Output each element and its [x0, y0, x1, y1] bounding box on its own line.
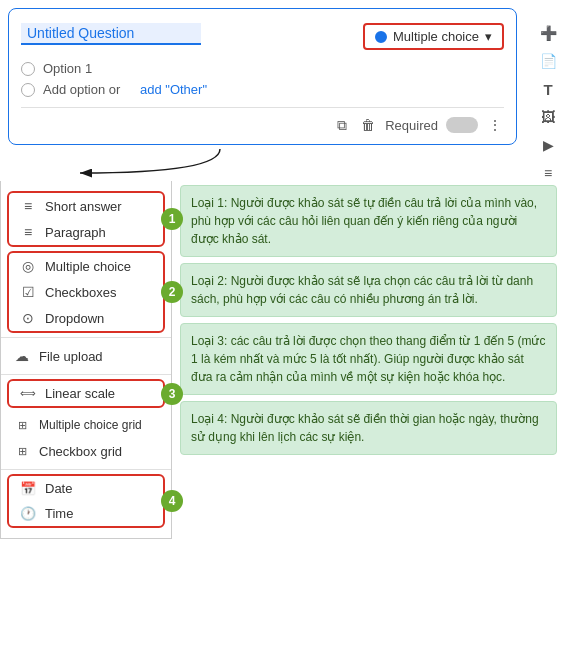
image-icon[interactable]: 🖼: [537, 106, 559, 128]
multiple-choice-label: Multiple choice: [45, 259, 131, 274]
dropdown-icon: ⊙: [19, 310, 37, 326]
option-1-label: Option 1: [43, 61, 92, 76]
add-option-radio-icon: [21, 83, 35, 97]
group4-container: 📅 Date 🕐 Time 4: [1, 474, 171, 528]
sidebar-item-checkboxes[interactable]: ☑ Checkboxes: [9, 279, 163, 305]
date-label: Date: [45, 481, 72, 496]
dropdown-arrow-icon: ▾: [485, 29, 492, 44]
required-toggle[interactable]: [446, 117, 478, 133]
add-option-row: Add option or add "Other": [21, 82, 504, 97]
copy-toolbar-icon[interactable]: 📄: [537, 50, 559, 72]
divider3: [1, 469, 171, 470]
mc-grid-icon: ⊞: [13, 419, 31, 432]
question-type-label: Multiple choice: [393, 29, 479, 44]
group2-box: ◎ Multiple choice ☑ Checkboxes ⊙ Dropdow…: [7, 251, 165, 333]
checkbox-grid-icon: ⊞: [13, 445, 31, 458]
group3-container: ⟺ Linear scale 3: [1, 379, 171, 408]
sidebar-item-checkbox-grid[interactable]: ⊞ Checkbox grid: [1, 438, 171, 465]
group3-box: ⟺ Linear scale: [7, 379, 165, 408]
group2-container: ◎ Multiple choice ☑ Checkboxes ⊙ Dropdow…: [1, 251, 171, 333]
paragraph-label: Paragraph: [45, 225, 106, 240]
desc-box-2: Loại 2: Người được khảo sát sẽ lựa chọn …: [180, 263, 557, 317]
desc-box-4: Loại 4: Người được khảo sát sẽ điền thời…: [180, 401, 557, 455]
multiple-choice-icon: ◎: [19, 258, 37, 274]
badge-4: 4: [161, 490, 183, 512]
sidebar-item-file-upload[interactable]: ☁ File upload: [1, 342, 171, 370]
badge-3: 3: [161, 383, 183, 405]
sidebar-item-paragraph[interactable]: ≡ Paragraph: [9, 219, 163, 245]
badge-2: 2: [161, 281, 183, 303]
add-option-text: Add option or: [43, 82, 120, 97]
question-input[interactable]: [21, 23, 201, 45]
more-icon[interactable]: ⋮: [486, 116, 504, 134]
divider2: [1, 374, 171, 375]
sidebar-item-linear-scale[interactable]: ⟺ Linear scale: [9, 381, 163, 406]
radio-dot-icon: [375, 31, 387, 43]
option-radio-icon: [21, 62, 35, 76]
paragraph-icon: ≡: [19, 224, 37, 240]
mc-grid-label: Multiple choice grid: [39, 418, 142, 432]
short-answer-label: Short answer: [45, 199, 122, 214]
time-label: Time: [45, 506, 73, 521]
sidebar-item-time[interactable]: 🕐 Time: [9, 501, 163, 526]
group4-box: 📅 Date 🕐 Time: [7, 474, 165, 528]
question-type-button[interactable]: Multiple choice ▾: [363, 23, 504, 50]
file-upload-label: File upload: [39, 349, 103, 364]
arrow-svg: [50, 145, 250, 181]
linear-scale-icon: ⟺: [19, 387, 37, 400]
checkbox-grid-label: Checkbox grid: [39, 444, 122, 459]
desc-panel: Loại 1: Người được khảo sát sẽ tự điền c…: [172, 181, 563, 539]
checkboxes-label: Checkboxes: [45, 285, 117, 300]
badge-1: 1: [161, 208, 183, 230]
sidebar-item-multiple-choice[interactable]: ◎ Multiple choice: [9, 253, 163, 279]
main-area: ≡ Short answer ≡ Paragraph 1 ◎ Multiple …: [0, 181, 563, 539]
sidebar-item-dropdown[interactable]: ⊙ Dropdown: [9, 305, 163, 331]
desc-box-1: Loại 1: Người được khảo sát sẽ tự điền c…: [180, 185, 557, 257]
file-upload-icon: ☁: [13, 348, 31, 364]
short-answer-icon: ≡: [19, 198, 37, 214]
delete-icon[interactable]: 🗑: [359, 116, 377, 134]
date-icon: 📅: [19, 481, 37, 496]
linear-scale-label: Linear scale: [45, 386, 115, 401]
add-icon[interactable]: ➕: [537, 22, 559, 44]
required-label: Required: [385, 118, 438, 133]
text-icon[interactable]: T: [537, 78, 559, 100]
copy-icon[interactable]: ⧉: [333, 116, 351, 134]
sidebar-item-short-answer[interactable]: ≡ Short answer: [9, 193, 163, 219]
divider1: [1, 337, 171, 338]
group1-box: ≡ Short answer ≡ Paragraph: [7, 191, 165, 247]
desc-box-3: Loại 3: các câu trả lời được chọn theo t…: [180, 323, 557, 395]
checkboxes-icon: ☑: [19, 284, 37, 300]
dropdown-label: Dropdown: [45, 311, 104, 326]
card-footer: ⧉ 🗑 Required ⋮: [21, 107, 504, 134]
form-card: Multiple choice ▾ Option 1 Add option or…: [8, 8, 517, 145]
time-icon: 🕐: [19, 506, 37, 521]
option-1-row: Option 1: [21, 61, 504, 76]
add-other-link[interactable]: add "Other": [140, 82, 207, 97]
sidebar-item-mc-grid[interactable]: ⊞ Multiple choice grid: [1, 412, 171, 438]
sidebar-item-date[interactable]: 📅 Date: [9, 476, 163, 501]
group1-container: ≡ Short answer ≡ Paragraph 1: [1, 191, 171, 247]
sidebar: ≡ Short answer ≡ Paragraph 1 ◎ Multiple …: [0, 181, 172, 539]
